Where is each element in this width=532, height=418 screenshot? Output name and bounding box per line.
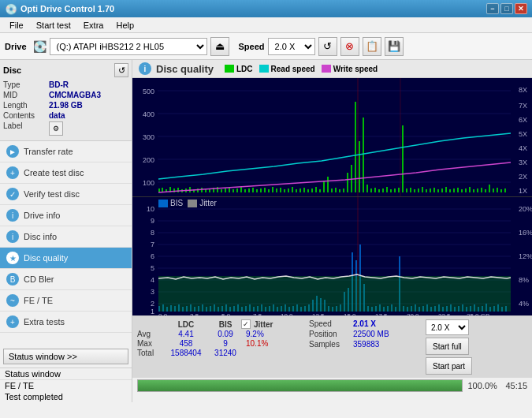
- read-speed-legend-color: [259, 65, 269, 73]
- bis-legend-label: BIS: [170, 199, 183, 207]
- start-part-button[interactable]: Start part: [426, 357, 472, 375]
- svg-text:8: 8: [151, 229, 154, 237]
- svg-text:20.0: 20.0: [407, 312, 419, 315]
- svg-rect-41: [236, 188, 238, 192]
- ldc-legend-label: LDC: [236, 65, 253, 73]
- svg-text:25.0 GB: 25.0 GB: [467, 312, 489, 315]
- svg-rect-84: [406, 188, 407, 192]
- svg-rect-97: [457, 188, 459, 192]
- nav-label-disc-info: Disc info: [24, 232, 57, 241]
- sidebar-item-disc-info[interactable]: i Disc info: [0, 226, 132, 248]
- maximize-button[interactable]: □: [500, 3, 513, 14]
- progress-bar-fill: [138, 380, 462, 391]
- svg-rect-39: [229, 188, 230, 192]
- drive-select[interactable]: (Q:) ATAPI iHBS212 2 HL05: [50, 38, 207, 55]
- svg-rect-102: [477, 188, 478, 192]
- drive-icon: 💽: [33, 40, 47, 53]
- bis-chart-svg: 10 9 8 7 6 5 4 3 2 1 20% 16% 12% 8% 4%: [132, 197, 532, 315]
- eject-button[interactable]: ⏏: [210, 37, 229, 56]
- test-completed-label: Test completed: [0, 391, 132, 402]
- speed-select[interactable]: 2.0 X: [268, 38, 315, 55]
- svg-rect-94: [445, 187, 447, 192]
- svg-rect-81: [394, 188, 396, 192]
- svg-rect-86: [414, 189, 415, 192]
- svg-text:22.5: 22.5: [438, 312, 451, 315]
- svg-rect-88: [422, 187, 423, 192]
- action-speed-select[interactable]: 2.0 X: [426, 319, 469, 335]
- svg-rect-90: [430, 188, 431, 192]
- svg-rect-45: [252, 188, 254, 192]
- speed-label: Speed: [239, 42, 265, 51]
- svg-text:16%: 16%: [519, 229, 532, 237]
- start-full-button[interactable]: Start full: [426, 338, 469, 355]
- svg-rect-40: [233, 189, 234, 192]
- extra-tests-icon: +: [6, 315, 19, 328]
- sidebar-item-extra-tests[interactable]: + Extra tests: [0, 312, 132, 333]
- disc-mid-label: MID: [3, 91, 49, 99]
- svg-text:5.0: 5.0: [221, 312, 231, 315]
- sidebar-item-verify-test-disc[interactable]: ✓ Verify test disc: [0, 184, 132, 205]
- sidebar-item-transfer-rate[interactable]: ► Transfer rate: [0, 141, 132, 162]
- disc-label-label: Label: [3, 121, 49, 130]
- disc-mid-value: CMCMAGBA3: [49, 91, 101, 99]
- ldc-column-header: LDC: [162, 320, 210, 329]
- sidebar-item-disc-quality[interactable]: ★ Disc quality: [0, 248, 132, 269]
- read-speed-legend-label: Read speed: [271, 65, 315, 73]
- menu-bar: File Start test Extra Help: [0, 17, 532, 33]
- svg-rect-61: [315, 187, 317, 192]
- svg-rect-65: [331, 188, 333, 192]
- svg-rect-67: [339, 189, 340, 192]
- position-value: 22500 MB: [353, 330, 389, 338]
- fe-te-icon: ~: [6, 294, 19, 307]
- avg-bis: 0.09: [210, 330, 241, 338]
- copy-button[interactable]: 📋: [363, 37, 381, 56]
- menu-extra[interactable]: Extra: [77, 19, 110, 32]
- nav-label-disc-quality: Disc quality: [24, 253, 68, 263]
- svg-rect-78: [382, 188, 384, 192]
- save-button[interactable]: 💾: [385, 37, 404, 56]
- menu-start-test[interactable]: Start test: [30, 19, 77, 32]
- close-button[interactable]: ✕: [515, 3, 527, 14]
- svg-text:4X: 4X: [519, 144, 527, 152]
- disc-length-label: Length: [3, 101, 49, 110]
- svg-rect-93: [441, 188, 443, 192]
- status-window-button[interactable]: Status window >>: [3, 349, 128, 364]
- svg-rect-55: [292, 187, 293, 192]
- svg-text:7X: 7X: [519, 102, 527, 110]
- menu-help[interactable]: Help: [110, 19, 140, 32]
- max-bis: 9: [210, 339, 241, 348]
- total-label: Total: [137, 349, 162, 357]
- charts-area: 500 400 300 200 100 8X 7X 6X 5X 4X 3X 2X…: [132, 78, 532, 315]
- sidebar-item-cd-bler[interactable]: B CD Bler: [0, 269, 132, 290]
- svg-rect-87: [418, 188, 419, 192]
- svg-text:2X: 2X: [519, 173, 527, 181]
- drive-label: Drive: [5, 42, 27, 51]
- drive-info-icon: i: [6, 209, 19, 222]
- minimize-button[interactable]: −: [486, 3, 499, 14]
- sidebar-item-create-test-disc[interactable]: + Create test disc: [0, 162, 132, 184]
- svg-text:8X: 8X: [519, 86, 527, 94]
- svg-rect-47: [260, 188, 262, 192]
- status-window-bottom-button[interactable]: Status window: [0, 368, 132, 380]
- svg-text:8%: 8%: [519, 276, 529, 284]
- svg-rect-92: [437, 189, 439, 192]
- svg-rect-32: [201, 188, 203, 192]
- sidebar-item-drive-info[interactable]: i Drive info: [0, 205, 132, 226]
- avg-jitter: 9.2%: [246, 330, 264, 338]
- disc-refresh-button[interactable]: ↺: [114, 63, 128, 77]
- jitter-checkbox[interactable]: ✓: [241, 319, 251, 329]
- erase-button[interactable]: ⊗: [340, 37, 359, 56]
- bis-column-header: BIS: [210, 320, 241, 329]
- svg-rect-66: [335, 188, 337, 192]
- disc-label-edit-button[interactable]: ⚙: [49, 121, 63, 136]
- sidebar-nav: ► Transfer rate + Create test disc ✓ Ver…: [0, 141, 132, 345]
- menu-file[interactable]: File: [3, 19, 30, 32]
- svg-text:6: 6: [151, 252, 154, 260]
- disc-quality-header-icon: i: [139, 62, 151, 75]
- refresh-button[interactable]: ↺: [318, 37, 337, 56]
- svg-text:2.5: 2.5: [190, 312, 199, 315]
- svg-rect-79: [386, 187, 388, 192]
- verify-test-disc-icon: ✓: [6, 188, 19, 200]
- sidebar-item-fe-te[interactable]: ~ FE / TE: [0, 290, 132, 312]
- progress-percent: 100.0%: [467, 381, 500, 390]
